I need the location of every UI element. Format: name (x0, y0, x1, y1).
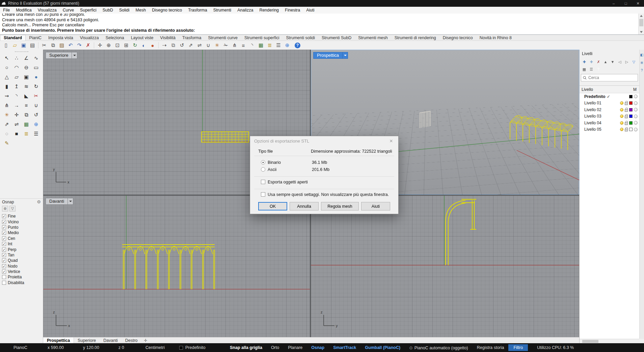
cplane-auto-toggle[interactable]: ⊙PianoC automatico (oggetto) (405, 345, 473, 350)
selected-mesh-top-view[interactable] (202, 132, 249, 142)
panel-tab-help-icon[interactable]: ? (641, 69, 643, 72)
palette-grip[interactable] (15, 51, 28, 53)
scrollbar-thumb[interactable] (639, 19, 643, 26)
osnap-disabilita[interactable]: Disabilita (2, 280, 43, 285)
viewport-tabs-menu-icon[interactable]: ✛ (144, 338, 147, 343)
bulb-on-icon[interactable] (620, 121, 623, 125)
tab-strumenti-superfici[interactable]: Strumenti superfici (241, 35, 283, 41)
tab-layout-viste[interactable]: Layout viste (128, 35, 157, 41)
select-points-icon[interactable]: ∴ (12, 53, 21, 62)
scrollbar-thumb[interactable] (582, 340, 598, 343)
units-button[interactable]: Centimetri (141, 345, 175, 350)
sphere-icon[interactable]: ● (31, 72, 41, 81)
object-properties-icon[interactable]: ☰ (274, 42, 283, 49)
zoom-window-icon[interactable]: ⊡ (113, 42, 122, 49)
hide-icon[interactable]: ◌ (2, 129, 11, 138)
viewport-menu-arrow-icon[interactable] (68, 198, 73, 205)
scale-icon[interactable]: ⇗ (187, 42, 195, 49)
expand-all-icon[interactable]: ▷ (624, 59, 630, 65)
osnap-punto[interactable]: ✓Punto (2, 225, 43, 230)
tab-visibilita[interactable]: Visibilità (157, 35, 179, 41)
box-icon[interactable]: ▣ (22, 72, 31, 81)
menu-visualizza[interactable]: Visualizza (35, 8, 60, 12)
tab-strumenti-mesh[interactable]: Strumenti mesh (355, 35, 391, 41)
menu-rendering[interactable]: Rendering (256, 8, 282, 12)
layers-search-input[interactable] (588, 75, 636, 80)
new-sublayer-icon[interactable]: ✚ (588, 59, 594, 65)
help-icon[interactable]: ? (295, 43, 300, 48)
circle-icon[interactable]: ○ (2, 63, 11, 72)
ascii-radio-label[interactable]: Ascii (268, 167, 276, 172)
trim-icon[interactable]: ✂ (31, 91, 41, 100)
viewport-label[interactable]: Superiore (46, 52, 72, 59)
rotate-icon[interactable]: ↺ (178, 42, 186, 49)
material-icon[interactable] (634, 101, 638, 105)
checkbox[interactable]: ✓ (2, 264, 6, 268)
selected-mesh-perspective[interactable] (510, 116, 573, 150)
panel-hscrollbar[interactable] (580, 339, 639, 343)
layer-row-livello-01[interactable]: Livello 01 (580, 100, 639, 107)
vptab-superiore[interactable]: Superiore (74, 337, 100, 343)
osnap-perp[interactable]: ✓Perp (2, 247, 43, 252)
minimize-button[interactable]: – (608, 0, 620, 7)
osnap-target-icon[interactable]: ⊚ (2, 206, 8, 211)
ascii-radio[interactable] (261, 167, 265, 172)
layers-list-header[interactable]: Livello M (580, 86, 639, 93)
layer-row-predefinito[interactable]: Predefinito ✓ (580, 93, 639, 100)
menu-strumenti[interactable]: Strumenti (210, 8, 235, 12)
menu-modifica[interactable]: Modifica (13, 8, 35, 12)
move-icon[interactable]: ⇢ (160, 42, 168, 49)
offset-icon[interactable]: ≡ (22, 101, 31, 110)
layer-row-livello-03[interactable]: Livello 03 (580, 113, 639, 120)
osnap-vicino[interactable]: ✓Vicino (2, 219, 43, 224)
zoom-extents-icon[interactable]: ⊞ (122, 42, 130, 49)
join-icon[interactable]: ∪ (204, 42, 212, 49)
viewport-menu-arrow-icon[interactable] (72, 52, 77, 59)
extrude-icon[interactable]: ↥ (12, 82, 21, 91)
tab-trasforma[interactable]: Trasforma (179, 35, 205, 41)
always-use-label[interactable]: Usa sempre questi settaggi. Non visualiz… (268, 192, 389, 197)
tab-visualizza[interactable]: Visualizza (77, 35, 102, 41)
layers-icon[interactable]: ≣ (22, 129, 31, 138)
properties-icon[interactable]: ☰ (31, 129, 41, 138)
help-button[interactable]: Aiuti (361, 202, 390, 210)
viewport-destro[interactable]: z y (311, 196, 579, 337)
checkbox[interactable] (2, 275, 6, 279)
array-icon[interactable]: ▦ (22, 120, 31, 129)
lock-open-icon[interactable] (625, 116, 628, 118)
checkbox[interactable]: ✓ (2, 242, 6, 246)
material-icon[interactable] (634, 121, 638, 125)
material-icon[interactable] (634, 115, 638, 118)
menu-mesh[interactable]: Mesh (133, 8, 149, 12)
ortho-toggle[interactable]: Orto (267, 345, 284, 350)
column-livello[interactable]: Livello (582, 87, 593, 92)
binary-radio-label[interactable]: Binario (268, 160, 281, 165)
osnap-nodo[interactable]: ✓Nodo (2, 263, 43, 269)
layer-manager-icon[interactable]: ≣ (266, 42, 274, 49)
detail-view-icon[interactable]: ▦ (581, 67, 587, 72)
stl-export-dialog[interactable]: Opzioni di esportazione STL ✕ Tipo file … (250, 136, 399, 214)
redo-icon[interactable]: ↷ (75, 42, 83, 49)
osnap-toggle[interactable]: Osnap (307, 345, 329, 350)
bulb-on-icon[interactable] (620, 108, 623, 111)
menu-analizza[interactable]: Analizza (234, 8, 256, 12)
curve-icon[interactable]: ∿ (31, 53, 41, 62)
ellipse-icon[interactable]: ⊖ (22, 63, 31, 72)
ok-button[interactable]: OK (258, 202, 287, 210)
zoom-dynamic-icon[interactable]: ⊕ (105, 42, 113, 49)
panel-tab-layers-icon[interactable]: ≣ (640, 61, 643, 65)
filter-layers-icon[interactable]: ▽ (631, 59, 637, 65)
cylinder-icon[interactable]: ▮ (2, 82, 11, 91)
lock-icon[interactable]: ■ (12, 129, 21, 138)
copy-icon[interactable]: ⧉ (49, 42, 57, 49)
checkbox[interactable]: ✓ (2, 231, 6, 235)
selected-mesh-right-view[interactable] (446, 199, 476, 265)
arc-icon[interactable]: ◠ (12, 63, 21, 72)
osnap-vertice[interactable]: ✓Vertice (2, 269, 43, 274)
viewport-menu-arrow-icon[interactable] (343, 52, 348, 59)
gumball-icon[interactable]: ⊕ (31, 120, 41, 129)
column-material[interactable]: M (633, 87, 637, 92)
planar-toggle[interactable]: Planare (284, 345, 307, 350)
osnap-fine[interactable]: ✓Fine (2, 213, 43, 219)
move-down-icon[interactable]: ▼ (610, 59, 616, 65)
